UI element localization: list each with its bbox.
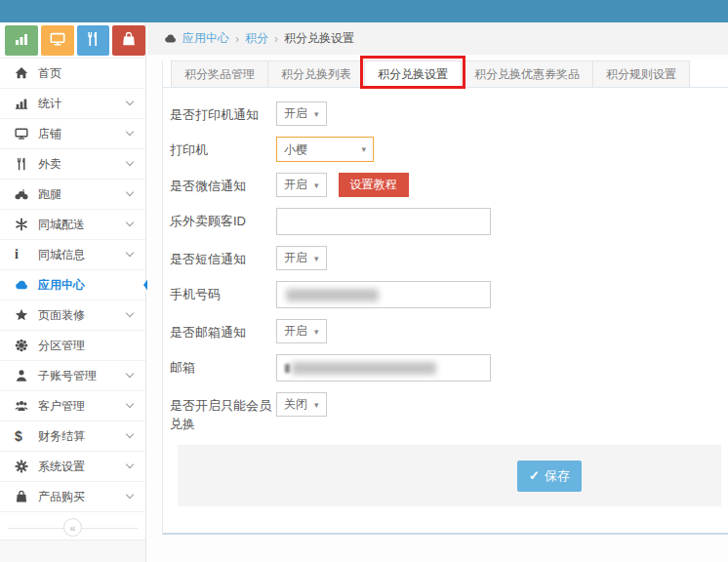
sidebar-item-label: 店铺 [38, 126, 61, 142]
tab-points-rules[interactable]: 积分规则设置 [592, 60, 690, 87]
phone-input[interactable] [276, 281, 491, 308]
form-row-printer: 打印机 小樱 ▾ [170, 137, 728, 162]
sidebar-item-label: 子账号管理 [38, 368, 97, 384]
caret-down-icon: ▾ [314, 109, 319, 119]
wechat-notify-select[interactable]: 开启 ▾ [276, 173, 327, 197]
chevron-down-icon [126, 188, 134, 196]
cloud-icon [164, 32, 177, 45]
setup-tutorial-button[interactable]: 设置教程 [339, 173, 409, 197]
sidebar-item-takeout[interactable]: 外卖 [0, 149, 145, 180]
tab-label: 积分兑换优惠券奖品 [474, 67, 580, 81]
users-icon [15, 399, 38, 413]
chevron-down-icon [126, 219, 134, 226]
sms-notify-select[interactable]: 开启 ▾ [276, 246, 327, 270]
quick-stats-button[interactable] [5, 25, 38, 56]
tab-exchange-list[interactable]: 积分兑换列表 [267, 60, 365, 87]
field-label: 乐外卖顾客ID [170, 208, 276, 230]
form-row-email: 邮箱 [170, 354, 728, 381]
field-label: 是否邮箱通知 [170, 319, 276, 341]
page: 首页 统计 店铺 外卖 跑腿 [0, 0, 728, 562]
breadcrumb-points[interactable]: 积分 [245, 30, 268, 47]
field-label: 是否微信通知 [170, 173, 276, 195]
caret-down-icon: ▾ [314, 400, 319, 410]
chevron-down-icon [126, 430, 134, 438]
form-footer: ✓保存 [178, 445, 721, 506]
chevron-down-icon [126, 309, 134, 317]
sidebar-item-label: 统计 [38, 96, 61, 112]
sidebar-item-zone-management[interactable]: 分区管理 [0, 331, 145, 361]
cloud-icon [15, 278, 38, 292]
form-row-printer-notify: 是否打印机通知 开启 ▾ [170, 101, 728, 126]
sidebar-item-label: 分区管理 [38, 338, 85, 354]
breadcrumb-current: 积分兑换设置 [284, 30, 354, 47]
breadcrumb-app-center[interactable]: 应用中心 [182, 30, 229, 47]
breadcrumb: 应用中心 › 积分 › 积分兑换设置 [147, 22, 728, 55]
sidebar-collapse-row: « [0, 515, 145, 541]
save-button[interactable]: ✓保存 [517, 461, 582, 492]
tab-prize-management[interactable]: 积分奖品管理 [171, 60, 268, 87]
sidebar-item-city-info[interactable]: i 同城信息 [0, 240, 145, 270]
sidebar-item-subaccount[interactable]: 子账号管理 [0, 361, 145, 391]
bag-icon [121, 31, 137, 50]
sidebar-item-customers[interactable]: 客户管理 [0, 391, 145, 422]
sidebar-item-city-delivery[interactable]: 同城配送 [0, 210, 145, 240]
form-row-phone: 手机号码 [170, 281, 728, 308]
check-icon: ✓ [529, 468, 540, 483]
tab-exchange-settings[interactable]: 积分兑换设置 [364, 60, 462, 88]
field-label: 邮箱 [170, 354, 276, 377]
caret-down-icon: ▾ [314, 254, 319, 263]
redacted-phone-value [286, 289, 379, 301]
sidebar-item-page-decoration[interactable]: 页面装修 [0, 301, 145, 331]
printer-notify-select[interactable]: 开启 ▾ [276, 101, 327, 126]
sidebar-item-home[interactable]: 首页 [0, 59, 145, 89]
sidebar-item-system-settings[interactable]: 系统设置 [0, 452, 145, 482]
form-row-email-notify: 是否邮箱通知 开启 ▾ [170, 319, 728, 343]
sidebar-item-app-center[interactable]: 应用中心 [0, 270, 145, 301]
quick-takeout-button[interactable] [77, 25, 110, 56]
select-value: 开启 [284, 323, 307, 340]
sidebar-item-stats[interactable]: 统计 [0, 89, 145, 119]
form-row-member-only: 是否开启只能会员兑换 关闭 ▾ [170, 392, 728, 433]
field-label: 是否开启只能会员兑换 [170, 392, 276, 433]
sidebar-item-label: 产品购买 [38, 489, 85, 505]
field-label: 打印机 [170, 137, 276, 159]
sidebar-item-shop[interactable]: 店铺 [0, 119, 145, 149]
bicycle-icon [15, 187, 38, 201]
asterisk-icon [15, 218, 38, 231]
chevron-down-icon [126, 158, 134, 166]
tab-coupon-prizes[interactable]: 积分兑换优惠券奖品 [461, 60, 593, 87]
form-row-customer-id: 乐外卖顾客ID [170, 208, 728, 235]
quick-purchase-button[interactable] [112, 25, 145, 56]
sidebar-item-finance[interactable]: $ 财务结算 [0, 422, 145, 452]
sidebar-item-errand[interactable]: 跑腿 [0, 180, 145, 210]
main-content: 应用中心 › 积分 › 积分兑换设置 积分奖品管理 积分兑换列表 积分兑换设置 … [147, 22, 728, 562]
email-notify-select[interactable]: 开启 ▾ [276, 319, 327, 343]
top-bar [0, 0, 728, 22]
bar-chart-icon [14, 31, 29, 50]
form-row-sms-notify: 是否短信通知 开启 ▾ [170, 246, 728, 270]
member-only-select[interactable]: 关闭 ▾ [276, 392, 327, 417]
email-input[interactable] [276, 354, 491, 381]
tab-label: 积分兑换设置 [378, 67, 448, 81]
sidebar-item-label: 同城信息 [38, 247, 85, 263]
sidebar-collapse-button[interactable]: « [63, 518, 82, 537]
gear-icon [15, 460, 38, 473]
caret-down-icon: ▾ [361, 144, 366, 154]
customer-id-input[interactable] [276, 208, 491, 235]
form-row-wechat-notify: 是否微信通知 开启 ▾ 设置教程 [170, 173, 728, 197]
sidebar-item-label: 外卖 [38, 156, 61, 173]
quick-launch-bar [0, 22, 145, 59]
select-value: 开启 [284, 250, 307, 266]
printer-select[interactable]: 小樱 ▾ [276, 137, 374, 162]
field-label: 是否打印机通知 [170, 101, 276, 124]
sidebar-item-product-purchase[interactable]: 产品购买 [0, 482, 145, 512]
utensils-icon [15, 157, 38, 171]
quick-shop-button[interactable] [41, 25, 74, 56]
select-value: 开启 [284, 105, 307, 122]
chevron-down-icon [126, 491, 134, 499]
sidebar: 首页 统计 店铺 外卖 跑腿 [0, 22, 146, 562]
settings-form: 是否打印机通知 开启 ▾ 打印机 小樱 ▾ 是否微信通知 [163, 88, 728, 506]
select-value: 小樱 [284, 141, 307, 158]
bag-icon [15, 490, 38, 503]
redacted-email-start [285, 364, 290, 373]
